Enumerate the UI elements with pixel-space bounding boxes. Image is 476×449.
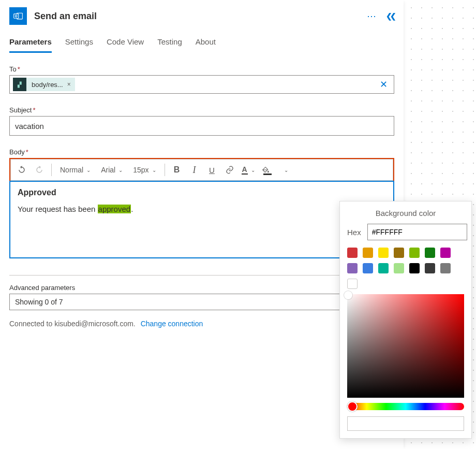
color-swatch[interactable] [394, 248, 404, 258]
token-icon: ▞ [13, 78, 26, 91]
font-size-select[interactable]: 15px⌄ [129, 162, 160, 178]
hue-thumb[interactable] [347, 401, 358, 412]
required-marker: * [18, 65, 20, 73]
color-swatch[interactable] [409, 248, 420, 258]
color-swatches [347, 248, 464, 273]
divider [9, 275, 394, 276]
rich-text-toolbar: Normal⌄ Arial⌄ 15px⌄ B I U A⌄ ⌄ [10, 159, 393, 181]
font-color-icon: A [242, 165, 248, 175]
font-size-value: 15px [133, 166, 148, 174]
body-toolbar-highlight: Normal⌄ Arial⌄ 15px⌄ B I U A⌄ ⌄ [9, 158, 394, 182]
redo-button[interactable] [32, 162, 47, 178]
font-family-select[interactable]: Arial⌄ [97, 162, 127, 178]
advanced-row: Showing 0 of 7 ⌄ Show all [9, 294, 394, 310]
required-marker: * [26, 148, 28, 156]
color-swatch[interactable] [440, 263, 451, 273]
toolbar-separator [51, 164, 52, 176]
color-swatch[interactable] [347, 248, 358, 258]
bold-button[interactable]: B [169, 162, 185, 178]
tab-parameters[interactable]: Parameters [9, 34, 52, 53]
body-line-suffix: . [131, 205, 133, 213]
color-swatch[interactable] [378, 248, 389, 258]
color-swatch[interactable] [425, 248, 435, 258]
to-input[interactable]: ▞ body/res... × ✕ [9, 75, 394, 94]
svg-rect-3 [263, 173, 272, 175]
header: Send an email ⋯ ❮❮ [9, 0, 394, 34]
tabs: Parameters Settings Code View Testing Ab… [9, 34, 394, 53]
token-remove-icon[interactable]: × [67, 81, 71, 88]
collapse-icon[interactable]: ❮❮ [386, 12, 394, 20]
connection-row: Connected to kisubedi@microsoft.com. Cha… [9, 320, 394, 328]
change-connection-link[interactable]: Change connection [141, 320, 203, 328]
panel-title: Send an email [34, 11, 367, 22]
connection-text: Connected to kisubedi@microsoft.com. [9, 320, 136, 328]
underline-button[interactable]: U [204, 162, 220, 178]
hex-row: Hex [347, 224, 464, 240]
tab-testing[interactable]: Testing [157, 34, 182, 53]
color-swatch[interactable] [440, 248, 451, 258]
hex-label: Hex [347, 228, 361, 237]
color-preview-box [347, 416, 464, 431]
chevron-down-icon: ⌄ [152, 167, 156, 173]
saturation-thumb[interactable] [344, 291, 352, 299]
body-line: Your request has been approved. [18, 205, 386, 213]
color-swatch[interactable] [347, 263, 358, 273]
to-label-text: To [9, 65, 17, 73]
color-swatch[interactable] [363, 263, 373, 273]
underline-bar [263, 173, 272, 175]
chevron-down-icon: ⌄ [284, 167, 288, 173]
color-swatch[interactable] [378, 263, 389, 273]
chevron-down-icon: ⌄ [251, 167, 255, 173]
svg-rect-1 [14, 14, 19, 18]
saturation-picker[interactable] [347, 294, 464, 398]
block-format-value: Normal [60, 166, 83, 174]
body-heading: Approved [18, 188, 386, 197]
font-color-button[interactable]: A⌄ [240, 162, 257, 178]
color-swatch[interactable] [363, 248, 373, 258]
tab-code-view[interactable]: Code View [107, 34, 144, 53]
undo-button[interactable] [14, 162, 29, 178]
chevron-down-icon: ⌄ [86, 167, 91, 173]
header-actions: ⋯ ❮❮ [367, 11, 394, 21]
more-icon[interactable]: ⋯ [367, 11, 377, 21]
advanced-select-value: Showing 0 of 7 [15, 298, 63, 306]
body-line-prefix: Your request has been [18, 205, 98, 213]
advanced-select[interactable]: Showing 0 of 7 ⌄ [9, 294, 358, 310]
hex-input[interactable] [367, 224, 467, 240]
color-swatch[interactable] [394, 263, 404, 273]
required-marker: * [33, 106, 35, 114]
tab-settings[interactable]: Settings [65, 34, 93, 53]
link-button[interactable] [222, 162, 237, 178]
no-color-swatch[interactable] [347, 279, 358, 289]
hue-slider[interactable] [347, 403, 464, 410]
to-token[interactable]: ▞ body/res... × [13, 78, 75, 91]
color-picker-title: Background color [347, 209, 464, 218]
subject-value: vacation [15, 122, 44, 131]
body-label: Body* [9, 148, 394, 156]
subject-label-text: Subject [9, 106, 32, 114]
subject-input[interactable]: vacation [9, 116, 394, 136]
color-swatch[interactable] [425, 263, 435, 273]
body-line-highlight: approved [98, 205, 131, 213]
color-swatch[interactable] [409, 263, 420, 273]
body-label-text: Body [9, 148, 25, 156]
highlight-color-button[interactable]: ⌄ [259, 162, 290, 178]
chevron-down-icon: ⌄ [118, 167, 123, 173]
clear-icon[interactable]: ✕ [377, 79, 391, 90]
token-text: body/res... [32, 81, 63, 89]
subject-label: Subject* [9, 106, 394, 114]
to-label: To* [9, 65, 394, 73]
body-editor[interactable]: Approved Your request has been approved. [9, 181, 394, 258]
toolbar-separator [165, 164, 165, 176]
font-family-value: Arial [101, 166, 115, 174]
tab-about[interactable]: About [196, 34, 216, 53]
italic-button[interactable]: I [187, 162, 202, 178]
outlook-icon [9, 7, 27, 25]
advanced-label: Advanced parameters [9, 284, 394, 292]
color-picker-popover: Background color Hex [339, 201, 472, 439]
block-format-select[interactable]: Normal⌄ [56, 162, 95, 178]
